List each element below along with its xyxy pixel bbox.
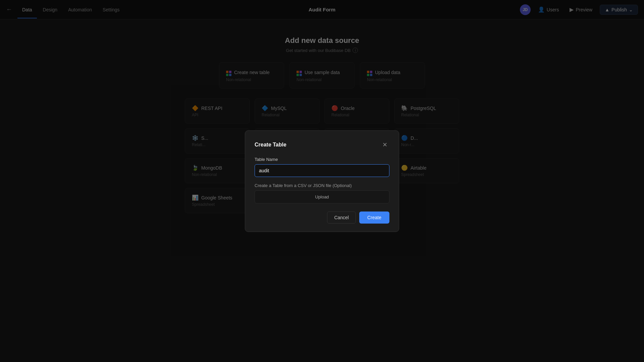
modal-actions: Cancel Create xyxy=(255,212,389,224)
create-table-modal: Create Table ✕ Table Name Create a Table… xyxy=(245,130,399,232)
upload-button[interactable]: Upload xyxy=(255,190,389,203)
create-button[interactable]: Create xyxy=(359,212,389,224)
table-name-label: Table Name xyxy=(255,157,389,162)
optional-label: Create a Table from a CSV or JSON file (… xyxy=(255,183,389,188)
table-name-group: Table Name xyxy=(255,157,389,177)
table-name-input[interactable] xyxy=(255,164,389,177)
cancel-button[interactable]: Cancel xyxy=(327,212,356,224)
modal-title: Create Table xyxy=(255,142,286,148)
modal-header: Create Table ✕ xyxy=(255,140,389,149)
modal-overlay: Create Table ✕ Table Name Create a Table… xyxy=(0,0,644,362)
upload-group: Create a Table from a CSV or JSON file (… xyxy=(255,183,389,203)
modal-close-button[interactable]: ✕ xyxy=(380,140,389,149)
